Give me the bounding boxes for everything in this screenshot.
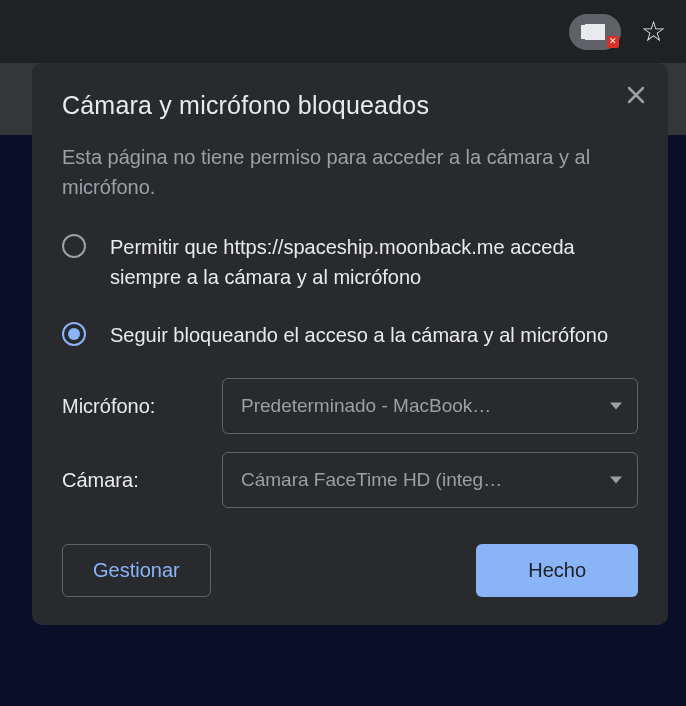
bookmark-star-icon[interactable]: ☆ bbox=[641, 18, 666, 46]
browser-toolbar: ✕ ☆ bbox=[0, 0, 686, 63]
chevron-down-icon bbox=[610, 477, 622, 484]
radio-option-block[interactable]: Seguir bloqueando el acceso a la cámara … bbox=[62, 320, 638, 350]
camera-blocked-badge[interactable]: ✕ bbox=[569, 14, 621, 50]
radio-icon bbox=[62, 234, 86, 258]
radio-label-block: Seguir bloqueando el acceso a la cámara … bbox=[110, 320, 608, 350]
dialog-buttons: Gestionar Hecho bbox=[62, 544, 638, 597]
radio-option-allow[interactable]: Permitir que https://spaceship.moonback.… bbox=[62, 232, 638, 292]
blocked-x-icon: ✕ bbox=[607, 36, 619, 48]
permissions-dialog: Cámara y micrófono bloqueados Esta págin… bbox=[32, 63, 668, 625]
dialog-title: Cámara y micrófono bloqueados bbox=[62, 91, 638, 120]
camera-icon bbox=[585, 24, 605, 40]
radio-label-allow: Permitir que https://spaceship.moonback.… bbox=[110, 232, 638, 292]
camera-select[interactable]: Cámara FaceTime HD (integ… bbox=[222, 452, 638, 508]
done-button[interactable]: Hecho bbox=[476, 544, 638, 597]
chevron-down-icon bbox=[610, 403, 622, 410]
camera-label: Cámara: bbox=[62, 469, 202, 492]
radio-icon-selected bbox=[62, 322, 86, 346]
dialog-subtitle: Esta página no tiene permiso para accede… bbox=[62, 142, 638, 202]
microphone-label: Micrófono: bbox=[62, 395, 202, 418]
camera-row: Cámara: Cámara FaceTime HD (integ… bbox=[62, 452, 638, 508]
microphone-select[interactable]: Predeterminado - MacBook… bbox=[222, 378, 638, 434]
microphone-row: Micrófono: Predeterminado - MacBook… bbox=[62, 378, 638, 434]
manage-button[interactable]: Gestionar bbox=[62, 544, 211, 597]
close-icon bbox=[627, 86, 645, 104]
close-button[interactable] bbox=[622, 81, 650, 109]
